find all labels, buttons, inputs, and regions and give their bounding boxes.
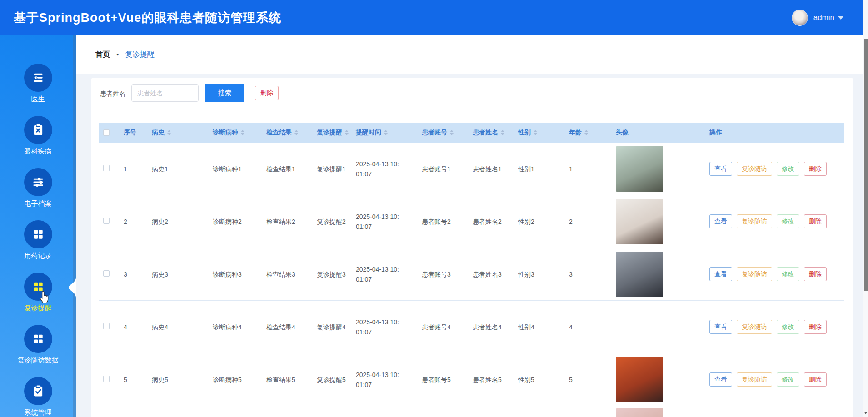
grid-icon bbox=[31, 227, 45, 242]
row-checkbox[interactable] bbox=[103, 376, 110, 382]
sidebar: 医生 眼科疾病 电子档案 用药记录 复诊提醒 复诊随访数据 系统 bbox=[0, 35, 76, 417]
cell-result: 检查结果2 bbox=[262, 217, 312, 227]
cell-name: 患者姓名3 bbox=[468, 269, 514, 279]
view-button[interactable]: 查看 bbox=[709, 320, 732, 334]
row-checkbox[interactable] bbox=[103, 165, 110, 171]
cell-time: 2025-04-13 10: 01:07 bbox=[351, 370, 417, 390]
cell-time: 2025-04-13 10: 01:07 bbox=[351, 317, 417, 337]
sort-icon[interactable] bbox=[294, 130, 298, 135]
cell-reminder: 复诊提醒5 bbox=[312, 375, 351, 385]
edit-button[interactable]: 修改 bbox=[777, 162, 799, 176]
delete-row-button[interactable]: 删除 bbox=[804, 162, 827, 176]
column-header-result: 检查结果 bbox=[262, 129, 312, 137]
sidebar-item[interactable]: 复诊随访数据 bbox=[0, 318, 76, 371]
breadcrumb-home[interactable]: 首页 bbox=[95, 50, 110, 60]
sort-icon[interactable] bbox=[345, 130, 349, 135]
followup-button[interactable]: 复诊随访 bbox=[737, 214, 772, 228]
search-input[interactable] bbox=[131, 84, 199, 102]
cell-name: 患者姓名1 bbox=[468, 164, 514, 174]
table-row: 3 病史3 诊断病种3 检查结果3 复诊提醒3 2025-04-13 10: 0… bbox=[99, 248, 844, 301]
sidebar-item[interactable]: 系统管理 bbox=[0, 371, 76, 417]
cell-diagnosis: 诊断病种2 bbox=[208, 217, 262, 227]
delete-row-button[interactable]: 删除 bbox=[804, 320, 827, 334]
scrollbar-thumb[interactable] bbox=[864, 39, 868, 291]
cell-no: 2 bbox=[119, 217, 147, 227]
sort-icon[interactable] bbox=[167, 130, 171, 135]
clipboard-x-icon bbox=[31, 123, 45, 137]
delete-row-button[interactable]: 删除 bbox=[804, 214, 827, 228]
sidebar-item[interactable]: 电子档案 bbox=[0, 162, 76, 214]
cell-history: 病史1 bbox=[147, 164, 208, 174]
sort-icon[interactable] bbox=[241, 130, 244, 135]
sidebar-item[interactable]: 用药记录 bbox=[0, 214, 76, 266]
cell-name: 患者姓名4 bbox=[468, 322, 514, 332]
view-button[interactable]: 查看 bbox=[709, 214, 732, 228]
cell-reminder: 复诊提醒4 bbox=[312, 322, 351, 332]
menu-icon bbox=[31, 70, 45, 85]
sort-icon[interactable] bbox=[384, 130, 388, 135]
search-button[interactable]: 搜索 bbox=[205, 84, 244, 102]
cell-account: 患者账号3 bbox=[417, 269, 468, 279]
sidebar-item[interactable]: 眼科疾病 bbox=[0, 109, 76, 162]
sidebar-item-label: 复诊随访数据 bbox=[18, 356, 59, 365]
sidebar-item-label: 眼科疾病 bbox=[25, 147, 52, 156]
table-row: 2 病史2 诊断病种2 检查结果2 复诊提醒2 2025-04-13 10: 0… bbox=[99, 195, 844, 248]
cell-account: 患者账号5 bbox=[417, 375, 468, 385]
row-checkbox[interactable] bbox=[103, 323, 110, 329]
scrollbar-down-arrow-icon[interactable] bbox=[864, 412, 868, 414]
cell-account: 患者账号2 bbox=[417, 217, 468, 227]
sort-icon[interactable] bbox=[584, 130, 588, 135]
edit-button[interactable]: 修改 bbox=[777, 214, 799, 228]
sidebar-item-label: 系统管理 bbox=[25, 408, 52, 417]
table-row-partial bbox=[99, 406, 844, 416]
sidebar-item[interactable]: 医生 bbox=[0, 57, 76, 109]
page-scrollbar[interactable] bbox=[863, 0, 868, 417]
content-card: 患者姓名 搜索 删除 序号 病史 诊断病种 检查结果 复诊提醒 提醒时间 患者账… bbox=[91, 78, 853, 417]
user-menu[interactable]: admin bbox=[792, 10, 843, 26]
row-checkbox[interactable] bbox=[103, 270, 110, 277]
cell-actions: 查看 复诊随访 修改 删除 bbox=[705, 162, 844, 176]
view-button[interactable]: 查看 bbox=[709, 267, 732, 281]
delete-row-button[interactable]: 删除 bbox=[804, 267, 827, 281]
cell-history: 病史4 bbox=[147, 322, 208, 332]
view-button[interactable]: 查看 bbox=[709, 372, 732, 387]
followup-button[interactable]: 复诊随访 bbox=[737, 320, 772, 334]
sidebar-collapse-notch[interactable] bbox=[67, 278, 76, 298]
patient-avatar bbox=[616, 408, 663, 417]
breadcrumb-current[interactable]: 复诊提醒 bbox=[125, 50, 154, 60]
followup-button[interactable]: 复诊随访 bbox=[737, 267, 772, 281]
edit-button[interactable]: 修改 bbox=[777, 372, 799, 387]
column-header-name: 患者姓名 bbox=[468, 129, 514, 137]
sidebar-scrollbar[interactable] bbox=[73, 35, 76, 417]
sort-icon[interactable] bbox=[501, 130, 504, 135]
app-title: 基于SpringBoot+Vue的眼科患者随访管理系统 bbox=[14, 10, 281, 26]
sort-icon[interactable] bbox=[450, 130, 454, 135]
edit-button[interactable]: 修改 bbox=[777, 267, 799, 281]
sidebar-item[interactable]: 复诊提醒 bbox=[0, 266, 76, 318]
patient-avatar bbox=[616, 357, 663, 402]
batch-delete-button[interactable]: 删除 bbox=[255, 86, 279, 100]
cell-diagnosis: 诊断病种3 bbox=[208, 269, 262, 279]
cell-result: 检查结果5 bbox=[262, 375, 312, 385]
edit-button[interactable]: 修改 bbox=[777, 320, 799, 334]
cell-time: 2025-04-13 10: 01:07 bbox=[351, 264, 417, 284]
sliders-icon bbox=[31, 175, 45, 189]
cell-actions: 查看 复诊随访 修改 删除 bbox=[705, 320, 844, 334]
cell-diagnosis: 诊断病种1 bbox=[208, 164, 262, 174]
patient-avatar bbox=[616, 304, 663, 350]
cell-age: 4 bbox=[564, 322, 611, 332]
clipboard-check-icon bbox=[31, 384, 45, 398]
patient-avatar bbox=[616, 252, 663, 297]
view-button[interactable]: 查看 bbox=[709, 162, 732, 176]
followup-button[interactable]: 复诊随访 bbox=[737, 162, 772, 176]
app-header: 基于SpringBoot+Vue的眼科患者随访管理系统 admin bbox=[0, 0, 863, 35]
sort-icon[interactable] bbox=[534, 130, 537, 135]
user-avatar[interactable] bbox=[792, 10, 808, 26]
row-checkbox[interactable] bbox=[103, 218, 110, 224]
column-header-no: 序号 bbox=[119, 129, 147, 137]
followup-button[interactable]: 复诊随访 bbox=[737, 372, 772, 387]
sidebar-item-label: 复诊提醒 bbox=[25, 304, 52, 313]
select-all-checkbox[interactable] bbox=[103, 129, 110, 136]
cell-gender: 性别2 bbox=[514, 217, 564, 227]
delete-row-button[interactable]: 删除 bbox=[804, 372, 827, 387]
